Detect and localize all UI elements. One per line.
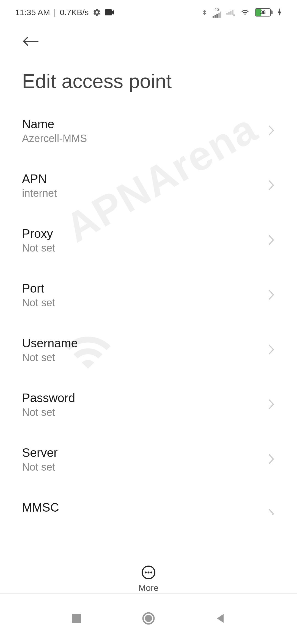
chevron-right-icon xyxy=(268,179,275,192)
status-data-rate: 0.7KB/s xyxy=(60,8,89,17)
chevron-right-icon xyxy=(268,234,275,247)
svg-rect-3 xyxy=(216,14,218,18)
setting-value: Not set xyxy=(22,352,268,364)
charging-icon xyxy=(277,8,282,17)
more-icon xyxy=(141,565,156,580)
status-right: 4G 38 xyxy=(202,7,282,18)
setting-password[interactable]: Password Not set xyxy=(22,377,297,432)
setting-title: Name xyxy=(22,117,268,131)
svg-point-16 xyxy=(145,615,152,622)
setting-title: Password xyxy=(22,391,268,405)
svg-rect-7 xyxy=(228,12,230,15)
setting-title: MMSC xyxy=(22,501,268,514)
setting-title: Proxy xyxy=(22,227,268,241)
signal-4g-icon: 4G xyxy=(213,7,221,18)
svg-rect-8 xyxy=(230,11,232,15)
chevron-right-icon xyxy=(268,125,275,137)
nav-recent-button[interactable] xyxy=(71,613,82,625)
svg-rect-9 xyxy=(232,10,233,15)
setting-title: APN xyxy=(22,172,268,186)
nav-bar xyxy=(0,593,297,644)
gear-icon xyxy=(93,8,101,17)
setting-value: internet xyxy=(22,187,268,199)
status-left: 11:35 AM | 0.7KB/s xyxy=(15,8,115,17)
setting-proxy[interactable]: Proxy Not set xyxy=(22,213,297,268)
battery-icon: 38 xyxy=(255,8,273,17)
setting-apn[interactable]: APN internet xyxy=(22,158,297,213)
setting-name[interactable]: Name Azercell-MMS xyxy=(22,103,297,158)
setting-value: Not set xyxy=(22,297,268,309)
setting-value: Not set xyxy=(22,242,268,254)
svg-rect-0 xyxy=(105,9,112,15)
more-label: More xyxy=(139,583,159,593)
svg-rect-5 xyxy=(220,12,221,18)
back-button[interactable] xyxy=(22,36,40,47)
setting-port[interactable]: Port Not set xyxy=(22,268,297,323)
chevron-right-icon xyxy=(268,344,275,356)
chevron-right-icon xyxy=(268,508,275,515)
camera-icon xyxy=(105,9,115,16)
setting-title: Server xyxy=(22,446,268,460)
setting-mmsc[interactable]: MMSC http://10.16.18.4:38090/was xyxy=(22,487,297,515)
svg-point-12 xyxy=(148,572,150,574)
nav-back-button[interactable] xyxy=(215,613,226,625)
svg-rect-2 xyxy=(215,15,216,18)
setting-value: Azercell-MMS xyxy=(22,133,268,144)
setting-username[interactable]: Username Not set xyxy=(22,323,297,377)
svg-point-11 xyxy=(145,572,147,574)
status-separator: | xyxy=(54,8,56,17)
status-bar: 11:35 AM | 0.7KB/s 4G xyxy=(0,0,297,25)
svg-rect-14 xyxy=(72,614,81,623)
svg-point-13 xyxy=(150,572,152,574)
wifi-icon xyxy=(240,9,250,16)
page-title: Edit access point xyxy=(0,53,297,103)
status-time: 11:35 AM xyxy=(15,8,50,17)
svg-rect-1 xyxy=(213,16,214,18)
setting-value: Not set xyxy=(22,406,268,418)
chevron-right-icon xyxy=(268,453,275,466)
setting-title: Port xyxy=(22,282,268,295)
nav-home-button[interactable] xyxy=(142,612,155,626)
settings-list: Name Azercell-MMS APN internet Proxy Not… xyxy=(0,103,297,515)
bottom-actions: More xyxy=(0,560,297,593)
more-button[interactable]: More xyxy=(139,565,159,593)
setting-title: Username xyxy=(22,336,268,350)
bluetooth-icon xyxy=(202,8,208,17)
signal-no-sim-icon xyxy=(226,9,235,16)
setting-server[interactable]: Server Not set xyxy=(22,432,297,487)
chevron-right-icon xyxy=(268,399,275,411)
svg-rect-6 xyxy=(226,13,228,15)
chevron-right-icon xyxy=(268,289,275,302)
svg-rect-4 xyxy=(218,13,220,18)
header xyxy=(0,25,297,53)
setting-value: Not set xyxy=(22,461,268,473)
